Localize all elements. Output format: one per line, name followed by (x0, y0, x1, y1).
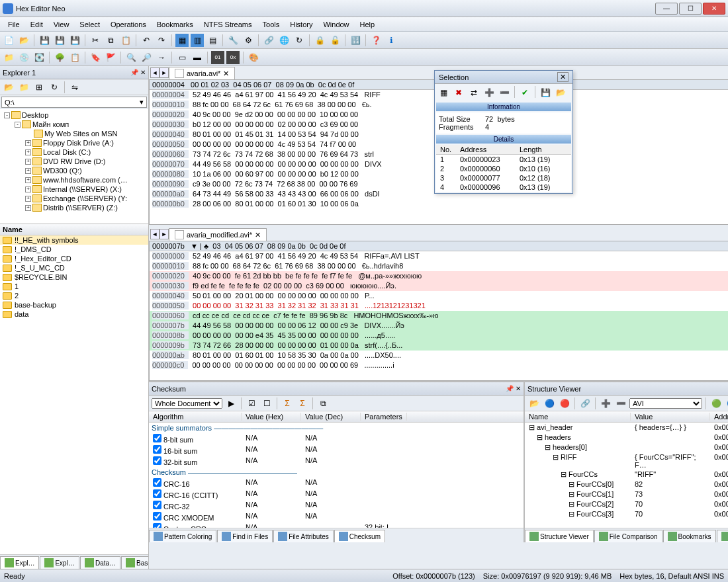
goto-icon[interactable]: → (155, 51, 168, 64)
tool2-icon[interactable]: ⚙ (242, 34, 255, 47)
tree-item[interactable]: -Майн комп (1, 120, 147, 129)
ck-none-icon[interactable]: ☐ (260, 397, 273, 410)
ck-run-icon[interactable]: ▶ (224, 397, 238, 410)
refresh-icon[interactable]: ↻ (293, 34, 306, 47)
tree-item[interactable]: My Web Sites on MSN (1, 129, 147, 138)
next-tab-icon[interactable]: ► (159, 67, 169, 78)
checksum-row[interactable]: CRC-16 (CCITT)N/AN/A (149, 489, 523, 500)
struct-tab[interactable]: Bookmarks (663, 530, 716, 542)
checksum-row[interactable]: CRC-32N/AN/A (149, 500, 523, 511)
find-icon[interactable]: 🔍 (124, 51, 138, 64)
struct-tab[interactable]: NTFS Streams (717, 530, 728, 542)
struct-row[interactable]: ⊟ headers0x00000…825373076RIFF (525, 433, 728, 442)
struct-tab[interactable]: Structure Viewer (525, 530, 594, 542)
tree-item[interactable]: +Internal (\\SERVER) (X:) (1, 185, 147, 194)
selection-row[interactable]: 20x000000600x10 (16) (436, 164, 571, 173)
checksum-tab[interactable]: Checksum (334, 530, 385, 542)
hex-view-2[interactable]: 0000007b ▼ | ♣ 03 04 05 06 07 08 09 0a 0… (149, 241, 728, 381)
folder-icon[interactable]: 📁 (2, 51, 15, 64)
tree-item[interactable]: +Distrib (\\SERVER) (Z:) (1, 203, 147, 212)
tree-item[interactable]: +Exchange (\\SERVER) (Y: (1, 194, 147, 203)
drive-selector[interactable]: Q:\▾ (1, 97, 147, 108)
sel2-icon[interactable]: ▬ (191, 51, 204, 64)
sel-save-icon[interactable]: 💾 (539, 86, 552, 99)
menu-history[interactable]: History (285, 19, 318, 30)
sel-load-icon[interactable]: 📂 (554, 86, 567, 99)
menu-file[interactable]: File (3, 19, 25, 30)
tool-icon[interactable]: 🔧 (226, 34, 240, 47)
save-as-icon[interactable]: 💾 (68, 34, 81, 47)
menu-ntfs-streams[interactable]: NTFS Streams (199, 19, 257, 30)
hex-icon[interactable]: 0x (226, 51, 240, 64)
struct-tab[interactable]: File Comparison (594, 530, 662, 542)
sel-icon[interactable]: ▭ (175, 51, 189, 64)
st-b2-icon[interactable]: 🔴 (558, 397, 571, 410)
file-row[interactable]: base-backup (0, 300, 148, 310)
sigma-icon[interactable]: Σ (281, 397, 294, 410)
maximize-button[interactable]: ☐ (679, 3, 702, 15)
next-tab2-icon[interactable]: ► (159, 229, 169, 239)
tree-item[interactable]: +Local Disk (C:) (1, 147, 147, 157)
file-row[interactable]: !_S_U_MC_CD (0, 263, 148, 272)
explorer-tab[interactable]: Expl… (0, 556, 39, 569)
undo-icon[interactable]: ↶ (140, 34, 153, 47)
sel-sub-icon[interactable]: ➖ (498, 86, 511, 99)
up-icon[interactable]: 📂 (2, 81, 15, 94)
checksum-row[interactable]: Custom CRCN/A32 bit; I… (149, 522, 523, 528)
paste-icon[interactable]: 📋 (119, 34, 132, 47)
new-icon[interactable]: 📄 (2, 34, 15, 47)
checksum-tab[interactable]: Find in Files (217, 530, 273, 542)
hex2-tab[interactable]: avaria_modified.avi*✕ (169, 228, 267, 241)
tree-item[interactable]: +WD300 (Q:) (1, 166, 147, 175)
sigma2-icon[interactable]: Σ (296, 397, 309, 410)
explorer-tab[interactable]: Base… (121, 556, 148, 569)
file-row[interactable]: data (0, 310, 148, 319)
tree-item[interactable]: -Desktop (1, 110, 147, 120)
refresh-expl-icon[interactable]: ↻ (48, 81, 61, 94)
checksum-row[interactable]: 8-bit sumN/AN/A (149, 433, 523, 444)
save-all-icon[interactable]: 💾 (53, 34, 66, 47)
new-fold-icon[interactable]: 📁 (17, 81, 30, 94)
filelist-header[interactable]: Name (0, 224, 148, 235)
hex1-tab[interactable]: avaria.avi*✕ (169, 67, 235, 79)
tree-icon[interactable]: 🌳 (53, 51, 66, 64)
selection-title[interactable]: Selection✕ (435, 71, 572, 84)
selection-row[interactable]: 10x000000230x13 (19) (436, 155, 571, 164)
prev-tab-icon[interactable]: ◄ (150, 67, 159, 78)
struct-row[interactable]: ⊟ FourCCs[0]820x00000…1char (525, 479, 728, 489)
struct-scheme[interactable]: AVI (629, 398, 702, 409)
struct-row[interactable]: ⊟ FourCCs"RIFF"0x00000…4char[ (525, 470, 728, 479)
sel-all-icon[interactable]: ▦ (437, 86, 450, 99)
color-icon[interactable]: 🎨 (247, 51, 260, 64)
disk2-icon[interactable]: 💽 (32, 51, 46, 64)
explorer-tab[interactable]: Data… (80, 556, 120, 569)
struct-row[interactable]: ⊟ FourCCs[2]700x00000…1char (525, 499, 728, 509)
prev-tab2-icon[interactable]: ◄ (150, 229, 159, 239)
menu-help[interactable]: Help (355, 19, 381, 30)
st-bind-icon[interactable]: 🔗 (578, 397, 592, 410)
menu-edit[interactable]: Edit (25, 19, 48, 30)
cut-icon[interactable]: ✂ (89, 34, 102, 47)
mark-icon[interactable]: 🔖 (89, 51, 102, 64)
struct-row[interactable]: ⊟ FourCCs[1]730x00000…1char (525, 489, 728, 499)
lock-icon[interactable]: 🔒 (313, 34, 326, 47)
close-tab-icon[interactable]: ✕ (223, 69, 229, 78)
st-open-icon[interactable]: 📂 (527, 397, 541, 410)
tree-item[interactable]: +www.hhdsoftware.com (… (1, 175, 147, 185)
menu-view[interactable]: View (48, 19, 75, 30)
tree-item[interactable]: +Floppy Disk Drive (A:) (1, 138, 147, 147)
save-icon[interactable]: 💾 (38, 34, 51, 47)
pin-icon[interactable]: 📌 ✕ (130, 69, 146, 76)
bin-icon[interactable]: 01 (211, 51, 224, 64)
help-icon[interactable]: ❓ (369, 34, 383, 47)
st-del-icon[interactable]: ➖ (614, 397, 627, 410)
view-icon[interactable]: ⊞ (32, 81, 46, 94)
close-tab2-icon[interactable]: ✕ (255, 231, 261, 239)
calc-icon[interactable]: 🔢 (349, 34, 362, 47)
panel-icon[interactable]: ▦ (175, 34, 189, 47)
st-add-icon[interactable]: ➕ (599, 397, 612, 410)
link-icon[interactable]: 🔗 (262, 34, 275, 47)
panel3-icon[interactable]: ▤ (206, 34, 219, 47)
close-button[interactable]: ✕ (703, 3, 725, 15)
info-icon[interactable]: ℹ (385, 34, 398, 47)
